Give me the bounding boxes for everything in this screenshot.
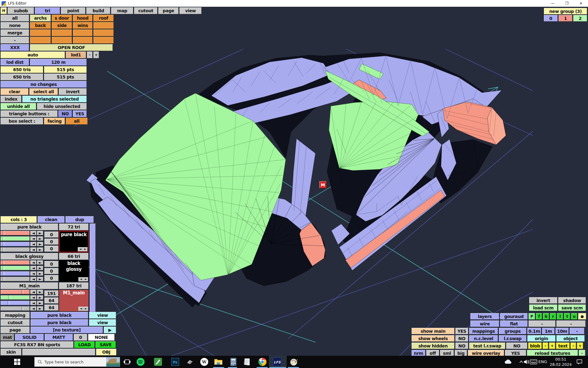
material-pure-black-alpha-increment[interactable]: ► [37, 247, 43, 252]
mapping-value[interactable]: pure black [31, 312, 88, 319]
material-m1-main-green-increment[interactable]: ► [37, 295, 43, 300]
material-pure-black-blue-increment[interactable]: ► [37, 242, 43, 246]
gray-app-icon[interactable] [185, 357, 195, 367]
index-button[interactable]: index [1, 96, 21, 102]
material-pure-black-alpha-slider[interactable] [1, 247, 30, 252]
select-all-button[interactable]: select all [29, 88, 58, 95]
material-m1-main-swatch[interactable]: M1_main◄► [59, 290, 89, 311]
cutout-value[interactable]: pure black [31, 319, 88, 326]
notepad-icon[interactable] [242, 357, 252, 367]
group-open-roof[interactable]: OPEN ROOF [30, 44, 113, 51]
group-empty[interactable] [52, 29, 72, 36]
material-m1-main-blue-increment[interactable]: ► [37, 301, 43, 305]
paint-icon[interactable] [289, 357, 299, 367]
group-empty[interactable] [30, 37, 51, 44]
mat-value[interactable]: 0 [74, 334, 87, 341]
load-scm-button[interactable]: load scm [529, 305, 557, 311]
minimize-button[interactable]: — [546, 0, 560, 7]
restore-button[interactable]: ❐ [560, 0, 574, 7]
material-pure-black-green-increment[interactable]: ► [37, 236, 43, 241]
onedrive-cloud-icon[interactable] [503, 357, 513, 367]
material-m1-main-red-slider[interactable] [1, 290, 30, 294]
mat-none[interactable]: NONE [88, 334, 115, 341]
material-black-glossy-swatch-prev[interactable]: ◄ [78, 277, 83, 282]
material-m1-main-value-0[interactable]: 191 [44, 290, 58, 297]
language-indicator[interactable]: ENG [538, 359, 547, 364]
material-black-glossy-green-slider[interactable] [1, 266, 30, 270]
material-pure-black-value-0[interactable]: 0 [44, 232, 58, 238]
new-group-button[interactable]: new group (3) [544, 8, 587, 14]
lod-plus[interactable]: + [93, 52, 99, 58]
notification-icon[interactable] [575, 357, 584, 367]
skin-value[interactable] [22, 349, 95, 355]
group-hood[interactable]: hood [73, 15, 92, 21]
material-pure-black-green-decrement[interactable]: ◄ [30, 236, 36, 241]
file-explorer-icon[interactable] [213, 357, 223, 367]
material-pure-black-swatch-prev[interactable]: ◄ [78, 247, 83, 251]
layer-p[interactable]: P [529, 313, 535, 320]
grid-0-1m[interactable]: 0.1m [527, 328, 541, 334]
material-m1-main-value-1[interactable]: 64 [44, 297, 58, 304]
mapping-view-button[interactable]: view [89, 312, 116, 319]
triangle-buttons-yes[interactable]: YES [73, 110, 87, 117]
group-wins[interactable]: wins [73, 22, 92, 29]
layer-r[interactable]: r [550, 313, 556, 320]
test-lr-swap-toggle[interactable]: NO [506, 343, 527, 349]
tris-count-2[interactable]: 650 tris [1, 74, 43, 80]
material-black-glossy-red-decrement[interactable]: ◄ [30, 260, 36, 265]
group-xxx[interactable]: XXX [1, 44, 29, 51]
show-hidden-label[interactable]: show hidden [412, 343, 454, 349]
page-next-button[interactable]: ▶ [104, 327, 116, 333]
skin-label[interactable]: skin [1, 349, 21, 355]
group-roof[interactable]: roof [93, 15, 114, 21]
lod-dist-value[interactable]: 120 m [30, 59, 87, 66]
group-side[interactable]: side [52, 22, 72, 29]
layer-t[interactable]: t [564, 313, 570, 320]
material-black-glossy-alpha-increment[interactable]: ► [37, 277, 43, 281]
material-black-glossy-green-decrement[interactable]: ◄ [30, 266, 36, 270]
material-pure-black-swatch-next[interactable]: ► [83, 247, 88, 251]
clean-button[interactable]: clean [38, 216, 65, 223]
group-back[interactable]: back [30, 22, 51, 29]
obj-button[interactable]: OBJ [96, 349, 116, 355]
material-black-glossy-red-increment[interactable]: ► [37, 260, 43, 265]
unhide-all-button[interactable]: unhide all [1, 103, 36, 110]
material-black-glossy-swatch-next[interactable]: ► [83, 277, 88, 282]
material-name[interactable]: black glossy [1, 253, 58, 260]
material-name[interactable]: pure black [1, 224, 58, 230]
clear-button[interactable]: clear [1, 88, 28, 95]
hide-unselected-button[interactable]: hide unselected [37, 103, 87, 110]
material-black-glossy-swatch[interactable]: black glossy◄► [59, 260, 89, 282]
box-select-facing[interactable]: facing [44, 118, 65, 125]
group-s-door[interactable]: s door [52, 15, 72, 21]
menu-map[interactable]: map [111, 7, 133, 14]
select-none-groups[interactable]: none [1, 22, 29, 29]
material-m1-main-alpha-increment[interactable]: ► [37, 306, 43, 311]
material-black-glossy-blue-decrement[interactable]: ◄ [30, 271, 36, 276]
wiki-icon[interactable]: W [199, 357, 209, 367]
material-black-glossy-blue-increment[interactable]: ► [37, 271, 43, 276]
group-1[interactable]: 1 [559, 15, 572, 21]
layer-f[interactable]: f [536, 313, 542, 320]
show-main-toggle[interactable]: YES [455, 328, 468, 334]
group-empty[interactable] [93, 22, 114, 29]
material-m1-main-blue-slider[interactable] [1, 301, 30, 305]
show-wheels-toggle[interactable]: NO [455, 335, 468, 342]
mappings-button[interactable]: mappings [469, 328, 498, 334]
material-m1-main-red-increment[interactable]: ► [37, 290, 43, 294]
text-plus[interactable]: + [577, 343, 583, 349]
select-all-groups[interactable]: all [1, 15, 29, 21]
material-black-glossy-value-0[interactable]: 0 [44, 261, 58, 267]
object-button[interactable]: object [556, 335, 585, 342]
menu-view[interactable]: view [179, 7, 202, 14]
material-pure-black-value-2[interactable]: 0 [44, 246, 58, 252]
mat-matt[interactable]: MATT [45, 334, 73, 341]
invert-selection-button[interactable]: invert [59, 88, 87, 95]
merge-button[interactable]: merge [1, 29, 29, 36]
material-pure-black-red-slider[interactable] [1, 231, 30, 235]
material-pure-black-alpha-decrement[interactable]: ◄ [30, 247, 36, 252]
layer-b[interactable]: b [543, 313, 549, 320]
menu-build[interactable]: build [86, 7, 110, 14]
lod1-button[interactable]: lod1 [66, 52, 86, 58]
photoshop-icon[interactable]: Ps [170, 357, 180, 367]
